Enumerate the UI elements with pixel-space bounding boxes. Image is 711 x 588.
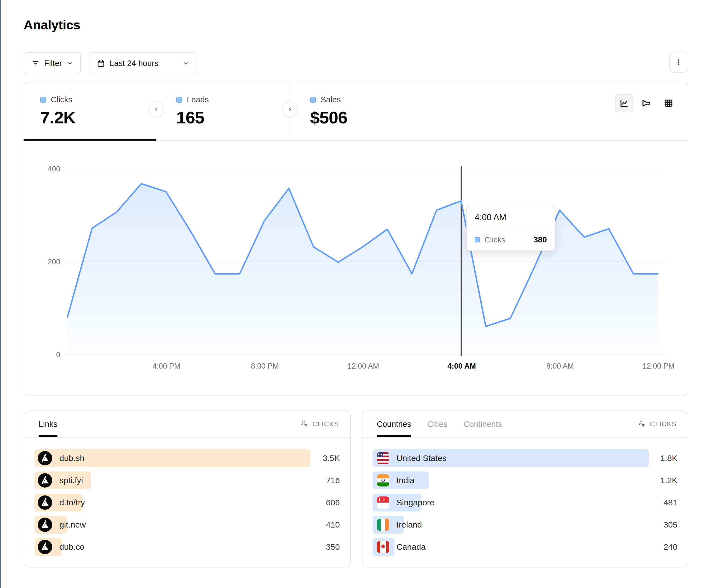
tooltip-time: 4:00 AM	[467, 206, 555, 229]
date-range-label: Last 24 hours	[110, 59, 158, 68]
link-row[interactable]: spti.fyi716	[35, 472, 340, 489]
row-label: Ireland	[396, 520, 422, 529]
row-label: d.to/try	[59, 498, 85, 507]
calendar-icon	[96, 59, 105, 68]
expand-clicks-leads-button[interactable]	[148, 101, 164, 118]
row-value: 305	[664, 520, 677, 529]
stat-label: Sales	[321, 95, 341, 104]
chart-gridline	[64, 168, 666, 169]
row-label: Canada	[396, 542, 426, 552]
funnel-chart-view-button[interactable]	[637, 94, 655, 112]
leads-legend-chip	[176, 97, 182, 103]
link-row[interactable]: dub.sh3.5K	[35, 449, 340, 467]
links-metric-selector[interactable]: CLICKS	[301, 420, 339, 428]
dub-logo-icon	[38, 495, 52, 510]
cursor-click-icon	[301, 420, 309, 428]
countries-metric-selector[interactable]: CLICKS	[638, 420, 676, 428]
x-axis-tick-label: 8:00 AM	[530, 362, 591, 370]
row-label: spti.fyi	[59, 476, 83, 485]
row-value: 716	[326, 476, 340, 485]
tab-leads[interactable]: Leads 165	[156, 82, 290, 140]
table-view-button[interactable]	[659, 94, 678, 112]
us-flag-icon	[377, 452, 389, 464]
chevron-down-icon	[66, 60, 73, 67]
tooltip-value: 380	[534, 235, 547, 244]
left-edge-strip	[0, 0, 1, 588]
y-axis-tick-label: 0	[30, 350, 60, 359]
analytics-chart-card: Clicks 7.2K Leads 165 Sales $506	[24, 82, 688, 396]
chevron-right-icon	[287, 106, 294, 113]
x-axis-tick-label: 4:00 AM	[431, 362, 492, 370]
tab-sales[interactable]: Sales $506	[290, 82, 424, 140]
x-axis-tick-label: 12:00 PM	[628, 362, 689, 370]
in-flag-icon	[377, 474, 389, 487]
sales-legend-chip	[310, 97, 316, 103]
country-row[interactable]: Ireland305	[372, 516, 677, 534]
dub-logo-icon	[38, 518, 52, 532]
country-row[interactable]: United States1.8K	[372, 449, 677, 467]
row-label: India	[396, 476, 414, 485]
filter-button[interactable]: Filter	[24, 52, 81, 74]
stat-value: $506	[310, 108, 424, 127]
row-value: 3.5K	[323, 453, 340, 463]
more-options-button[interactable]	[669, 51, 688, 73]
dub-logo-icon	[38, 451, 52, 466]
tooltip-series-label: Clicks	[484, 235, 505, 244]
stat-value: 7.2K	[40, 108, 156, 127]
tab-links[interactable]: Links	[39, 411, 58, 437]
clicks-legend-chip	[40, 97, 46, 103]
tooltip-legend-chip	[475, 237, 480, 243]
link-row[interactable]: d.to/try606	[35, 494, 340, 512]
row-label: Singapore	[396, 498, 434, 507]
countries-panel: Countries Cities Continents CLICKS Unite…	[362, 410, 688, 567]
chart-gridline	[64, 355, 666, 355]
tab-cities[interactable]: Cities	[427, 411, 448, 437]
line-chart-icon	[619, 98, 629, 108]
countries-metric-label: CLICKS	[650, 420, 676, 428]
y-axis-tick-label: 200	[30, 258, 60, 266]
chevron-down-icon	[182, 60, 189, 67]
x-axis-tick-label: 12:00 AM	[333, 362, 394, 370]
chart-tooltip: 4:00 AM Clicks 380	[467, 206, 555, 251]
x-axis-tick-label: 8:00 PM	[234, 362, 295, 370]
row-value: 1.8K	[660, 453, 677, 463]
links-metric-label: CLICKS	[312, 420, 339, 428]
ie-flag-icon	[377, 519, 389, 531]
table-grid-icon	[664, 98, 673, 108]
chart-view-toggle	[615, 94, 678, 112]
analytics-page: Analytics Filter Last 24 hours	[0, 0, 711, 588]
stat-value: 165	[176, 108, 289, 127]
link-row[interactable]: git.new410	[35, 516, 340, 534]
date-range-button[interactable]: Last 24 hours	[89, 52, 197, 74]
links-panel-header: Links CLICKS	[24, 411, 350, 438]
row-value: 481	[664, 498, 677, 507]
cursor-click-icon	[638, 420, 647, 428]
line-chart-view-button[interactable]	[615, 94, 633, 112]
stat-label: Leads	[187, 95, 209, 104]
country-row[interactable]: India1.2K	[372, 472, 677, 489]
row-label: git.new	[59, 520, 86, 529]
row-value: 1.2K	[660, 476, 677, 485]
tab-clicks[interactable]: Clicks 7.2K	[24, 82, 156, 140]
y-axis-tick-label: 400	[30, 165, 60, 173]
page-title: Analytics	[24, 17, 80, 32]
stats-tab-row: Clicks 7.2K Leads 165 Sales $506	[24, 82, 688, 141]
country-row[interactable]: Singapore481	[372, 494, 677, 512]
row-label: dub.co	[59, 542, 84, 552]
chart-gridline	[64, 262, 666, 262]
row-label: United States	[396, 453, 447, 463]
ca-flag-icon	[377, 541, 389, 553]
kebab-menu-icon	[674, 58, 683, 67]
funnel-chart-icon	[641, 98, 651, 108]
filter-button-label: Filter	[44, 59, 62, 68]
tab-continents[interactable]: Continents	[464, 411, 502, 437]
country-row[interactable]: Canada240	[372, 538, 677, 556]
tab-countries[interactable]: Countries	[377, 411, 411, 437]
row-value: 240	[664, 542, 677, 552]
link-row[interactable]: dub.co350	[35, 538, 340, 556]
x-axis-tick-label: 4:00 PM	[136, 362, 197, 370]
expand-leads-sales-button[interactable]	[282, 101, 298, 118]
row-value: 350	[326, 542, 340, 552]
links-panel: Links CLICKS dub.sh3.5Kspti.fyi716d.to/t…	[24, 410, 351, 567]
dub-logo-icon	[38, 540, 52, 554]
